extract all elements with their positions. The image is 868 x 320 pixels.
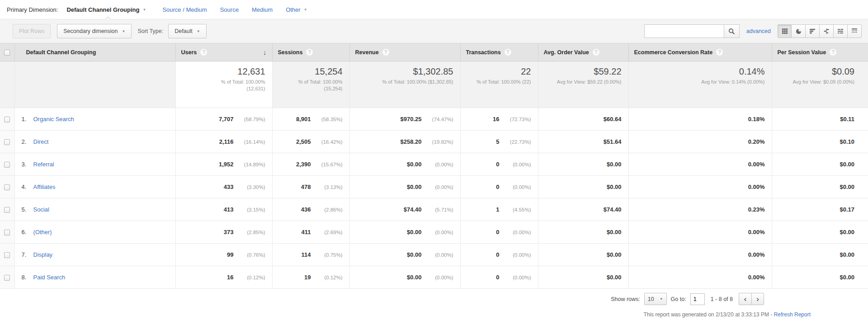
search-area: advanced xyxy=(644,24,862,38)
metric-cell: $970.25(74.47%) xyxy=(349,108,460,131)
row-checkbox-cell xyxy=(0,176,14,198)
row-rank: 2. xyxy=(22,138,33,145)
metric-percent: (3.13%) xyxy=(314,184,343,190)
metric-value: $0.00 xyxy=(840,229,854,235)
column-header-revenue[interactable]: Revenue? xyxy=(349,43,460,61)
row-checkbox[interactable] xyxy=(4,252,10,258)
metric-cell: 478(3.13%) xyxy=(272,176,349,198)
row-checkbox[interactable] xyxy=(4,139,10,145)
channel-cell: 2.Direct xyxy=(14,131,175,153)
help-icon[interactable]: ? xyxy=(505,49,511,56)
next-page-button[interactable]: › xyxy=(751,293,764,305)
metric-value: 0.18% xyxy=(748,116,765,122)
column-header-per-session-value[interactable]: Per Session Value? xyxy=(772,43,868,61)
channel-link[interactable]: Organic Search xyxy=(33,116,74,122)
help-icon[interactable]: ? xyxy=(830,49,836,56)
table-row: 6.(Other)373(2.85%)411(2.69%)$0.00(0.00%… xyxy=(0,221,868,244)
total-subtext: (12,631) xyxy=(179,85,265,92)
pivot-view-button[interactable] xyxy=(848,24,862,38)
row-checkbox[interactable] xyxy=(4,207,10,213)
data-table-view-button[interactable] xyxy=(778,24,792,38)
metric-value: $51.64 xyxy=(604,138,622,145)
metric-percent: (58.35%) xyxy=(314,117,343,122)
row-rank: 7. xyxy=(22,251,33,258)
column-label: Transactions xyxy=(466,49,501,56)
term-cloud-view-button[interactable] xyxy=(834,24,848,38)
metric-cell: 16(0.12%) xyxy=(175,266,272,289)
total-cell: 22% of Total: 100.00% (22) xyxy=(460,61,538,108)
channel-cell: 8.Paid Search xyxy=(14,266,175,289)
column-header-transactions[interactable]: Transactions? xyxy=(460,43,538,61)
report-generated-note: This report was generated on 2/13/20 at … xyxy=(643,311,811,318)
channel-link[interactable]: Affiliates xyxy=(33,184,56,190)
advanced-search-link[interactable]: advanced xyxy=(746,28,771,34)
row-checkbox[interactable] xyxy=(4,275,10,281)
metric-cell: $74.40(5.71%) xyxy=(349,198,460,221)
column-header-users[interactable]: Users?↓ xyxy=(175,43,272,61)
help-icon[interactable]: ? xyxy=(200,49,207,56)
channels-table: Default Channel GroupingUsers?↓Sessions?… xyxy=(0,43,868,289)
search-input[interactable] xyxy=(644,24,724,38)
metric-value: 8,901 xyxy=(296,116,311,122)
channel-link[interactable]: Display xyxy=(33,251,53,258)
column-header-content: Avg. Order Value? xyxy=(544,49,624,56)
row-checkbox[interactable] xyxy=(4,184,10,190)
row-checkbox-cell xyxy=(0,221,14,244)
primary-dimension-selected[interactable]: Default Channel Grouping ▼ xyxy=(66,6,146,13)
select-all-checkbox[interactable] xyxy=(4,50,10,56)
show-rows-select[interactable]: 10 ▼ xyxy=(644,293,667,305)
column-header-sessions[interactable]: Sessions? xyxy=(272,43,349,61)
sort-type-button[interactable]: Default ▼ xyxy=(168,24,207,38)
total-value: 15,254 xyxy=(276,66,343,77)
metric-cell-content: 7,707(58.79%) xyxy=(176,116,272,122)
channel-link[interactable]: Referral xyxy=(33,161,54,168)
refresh-report-link[interactable]: Refresh Report xyxy=(774,311,811,318)
metric-cell-content: $74.40 xyxy=(538,206,628,213)
metric-cell: 2,390(15.67%) xyxy=(272,153,349,176)
performance-view-button[interactable] xyxy=(806,24,820,38)
percentage-view-button[interactable] xyxy=(792,24,806,38)
dimension-link-source[interactable]: Source xyxy=(220,6,239,13)
channel-link[interactable]: Social xyxy=(33,206,49,213)
metric-percent: (5.71%) xyxy=(425,207,453,212)
metric-percent: (16.14%) xyxy=(236,139,265,145)
total-value: $59.22 xyxy=(542,66,622,77)
channel-link[interactable]: Direct xyxy=(33,138,49,145)
metric-percent: (4.55%) xyxy=(502,207,531,212)
row-checkbox[interactable] xyxy=(4,162,10,168)
metric-value: 2,505 xyxy=(296,138,311,145)
channel-link[interactable]: (Other) xyxy=(33,229,52,235)
metric-value: 411 xyxy=(302,229,311,235)
row-checkbox-cell xyxy=(0,131,14,153)
metric-cell: $60.64 xyxy=(538,108,628,131)
row-checkbox[interactable] xyxy=(4,117,10,122)
column-header-ecommerce-conversion-rate[interactable]: Ecommerce Conversion Rate? xyxy=(628,43,772,61)
column-header-avg-order-value[interactable]: Avg. Order Value? xyxy=(538,43,628,61)
secondary-dimension-button[interactable]: Secondary dimension ▼ xyxy=(57,24,132,38)
dimension-link-medium[interactable]: Medium xyxy=(252,6,273,13)
goto-page-input[interactable] xyxy=(690,293,705,305)
prev-page-button[interactable]: ‹ xyxy=(739,293,751,305)
channel-link[interactable]: Paid Search xyxy=(33,274,66,281)
help-icon[interactable]: ? xyxy=(382,49,389,56)
sort-descending-icon[interactable]: ↓ xyxy=(263,48,268,56)
metric-value: 0 xyxy=(496,229,499,235)
plot-rows-button[interactable]: Plot Rows xyxy=(13,24,51,38)
comparison-view-button[interactable] xyxy=(820,24,834,38)
metric-value: $60.64 xyxy=(604,116,622,122)
metric-cell-content: $0.00(0.00%) xyxy=(350,229,460,235)
search-button[interactable] xyxy=(724,24,740,38)
metric-value: 0.20% xyxy=(748,138,765,145)
help-icon[interactable]: ? xyxy=(306,49,313,56)
column-header-default-channel-grouping[interactable]: Default Channel Grouping xyxy=(14,43,175,61)
metric-cell-content: 2,505(16.42%) xyxy=(273,138,349,145)
metric-value: $0.00 xyxy=(407,274,422,281)
help-icon[interactable]: ? xyxy=(593,49,599,56)
table-row: 1.Organic Search7,707(58.79%)8,901(58.35… xyxy=(0,108,868,131)
row-checkbox[interactable] xyxy=(4,230,10,235)
dimension-link-source-medium[interactable]: Source / Medium xyxy=(162,6,207,13)
metric-value: $0.17 xyxy=(840,206,854,213)
metric-cell-content: 0.00% xyxy=(629,251,772,258)
help-icon[interactable]: ? xyxy=(716,49,723,56)
dimension-link-other[interactable]: Other ▼ xyxy=(286,6,307,13)
